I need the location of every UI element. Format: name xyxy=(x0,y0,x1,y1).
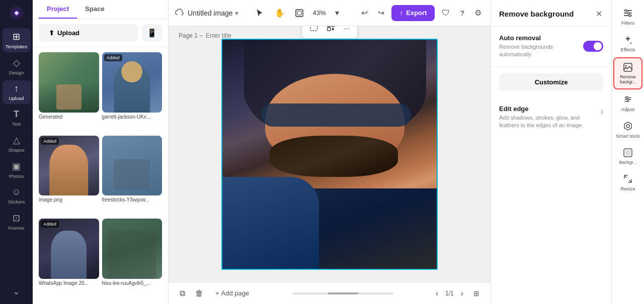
prev-page-button[interactable]: ‹ xyxy=(433,286,441,301)
shield-button[interactable]: 🛡 xyxy=(439,6,453,21)
frame-tool-button[interactable] xyxy=(292,6,307,21)
sidebar-item-design[interactable]: ◇ Design xyxy=(3,54,31,78)
list-item: Generated xyxy=(39,52,99,133)
tool-effects[interactable]: Effects xyxy=(613,31,642,56)
tools-sidebar: Filters Effects Remove backgr... Ad xyxy=(611,0,644,304)
edit-edge-section[interactable]: Edit edge Add shadows, strokes, glow, an… xyxy=(491,97,611,138)
effects-label: Effects xyxy=(621,47,635,52)
adjust-icon xyxy=(623,94,633,105)
image-tile-imagepng[interactable]: Added xyxy=(39,136,99,196)
chevron-right-icon: › xyxy=(601,107,603,116)
photos-icon: ▣ xyxy=(12,161,21,172)
page-indicator: 1/1 xyxy=(445,290,454,297)
qr-button[interactable] xyxy=(324,26,339,35)
duplicate-page-button[interactable]: ⧉ xyxy=(177,286,188,301)
auto-removal-title: Auto removal xyxy=(499,34,583,42)
title-dropdown-icon[interactable]: ▾ xyxy=(235,9,238,17)
right-side-panels: Remove background ✕ Auto removal Remove … xyxy=(491,0,644,304)
tool-resize[interactable]: Resize xyxy=(613,170,642,195)
sidebar-item-shapes[interactable]: △ Shapes xyxy=(3,132,31,156)
help-button[interactable]: ? xyxy=(457,6,467,20)
hand-tool-button[interactable]: ✋ xyxy=(272,5,288,21)
image-tile-generated[interactable] xyxy=(39,52,99,113)
bottom-left-actions: ⧉ 🗑 + Add page xyxy=(177,286,254,301)
redo-button[interactable]: ↪ xyxy=(375,5,387,21)
add-page-button[interactable]: + Add page xyxy=(210,286,254,300)
customize-button[interactable]: Customize xyxy=(499,73,603,91)
document-title: Untitled image ▾ xyxy=(188,9,238,17)
share-icon: ↑ xyxy=(399,9,403,17)
image-tile-freestocks[interactable] xyxy=(102,136,163,196)
delete-page-button[interactable]: 🗑 xyxy=(192,286,206,301)
edit-edge-description: Add shadows, strokes, glow, and feathers… xyxy=(499,114,601,130)
next-page-button[interactable]: › xyxy=(458,286,466,301)
svg-rect-6 xyxy=(332,26,335,27)
image-tile-whatsapp[interactable]: Added xyxy=(39,219,99,279)
image-label: garrett-jackson-UKx... xyxy=(102,114,163,120)
hand-icon: ✋ xyxy=(275,8,285,18)
image-tile-hisu[interactable] xyxy=(102,219,163,279)
tool-filters[interactable]: Filters xyxy=(613,4,642,30)
list-item: freestocks-Y3wqow... xyxy=(102,136,163,216)
undo-button[interactable]: ↩ xyxy=(358,5,371,21)
left-navigation: ⊞ Templates ◇ Design ↑ Upload T Text △ S… xyxy=(0,0,33,304)
svg-point-16 xyxy=(625,65,627,67)
image-label: hisu-lee-ruuAgvlk5_... xyxy=(102,280,163,286)
page-label: Page 1 – xyxy=(179,32,281,39)
filters-icon xyxy=(623,8,633,18)
effects-icon xyxy=(623,35,633,45)
svg-point-13 xyxy=(627,12,629,14)
horizontal-scrollbar[interactable] xyxy=(293,292,393,294)
plus-icon: + xyxy=(215,289,219,297)
help-icon: ? xyxy=(460,9,464,17)
list-item: Added garrett-jackson-UKx... xyxy=(102,52,163,133)
close-panel-button[interactable]: ✕ xyxy=(595,8,603,20)
sidebar-item-photos[interactable]: ▣ Photos xyxy=(3,158,31,182)
panel-title-row: Remove background ✕ xyxy=(491,0,611,26)
chevron-down-icon: ⌄ xyxy=(13,286,20,297)
select-all-button[interactable] xyxy=(306,26,321,35)
cursor-icon xyxy=(256,9,265,18)
image-tile-garrett[interactable]: Added xyxy=(102,52,163,113)
sidebar-item-templates[interactable]: ⊞ Templates xyxy=(3,28,31,52)
redo-icon: ↪ xyxy=(378,8,384,18)
sidebar-item-more[interactable]: ⌄ xyxy=(3,283,31,300)
shapes-icon: △ xyxy=(13,135,20,146)
canvas-bottom-bar: ⧉ 🗑 + Add page ‹ 1/1 › ⊞ xyxy=(169,282,491,304)
sidebar-item-text[interactable]: T Text xyxy=(3,106,31,130)
more-options-button[interactable]: ··· xyxy=(341,26,353,34)
svg-rect-7 xyxy=(328,28,331,31)
resize-icon xyxy=(623,174,633,184)
remove-bg-icon xyxy=(623,62,633,72)
adjust-label: Adjust xyxy=(621,107,634,112)
auto-removal-toggle[interactable] xyxy=(583,41,603,52)
present-button[interactable]: ⊞ xyxy=(470,286,482,300)
svg-rect-3 xyxy=(297,11,301,15)
zoom-dropdown-button[interactable]: ▾ xyxy=(332,5,342,21)
tool-remove-bg[interactable]: Remove backgr... xyxy=(613,57,642,89)
resize-label: Resize xyxy=(620,186,635,191)
select-tool-button[interactable] xyxy=(253,6,268,21)
sidebar-item-frames[interactable]: ⊡ Frames xyxy=(3,210,31,234)
tab-space[interactable]: Space xyxy=(77,0,112,19)
device-button[interactable]: 📱 xyxy=(142,24,162,42)
upload-button[interactable]: ⬆ Upload xyxy=(39,24,138,42)
sidebar-item-upload[interactable]: ↑ Upload xyxy=(3,80,31,104)
settings-button[interactable]: ⚙ xyxy=(471,5,485,21)
canvas-image[interactable] xyxy=(221,39,438,270)
export-button[interactable]: ↑ Export xyxy=(391,5,435,21)
added-badge: Added xyxy=(41,221,59,228)
app-logo[interactable] xyxy=(8,4,26,22)
canvas-area: Untitled image ▾ ✋ 43% ▾ ↩ ↪ xyxy=(169,0,491,304)
tool-background[interactable]: Backgr... xyxy=(613,144,642,169)
tool-adjust[interactable]: Adjust xyxy=(613,90,642,116)
tab-project[interactable]: Project xyxy=(39,0,77,19)
upload-header: ⬆ Upload 📱 xyxy=(33,19,168,47)
sidebar-item-stickers[interactable]: ☺ Stickers xyxy=(3,184,31,208)
undo-icon: ↩ xyxy=(361,8,368,18)
edit-edge-title: Edit edge xyxy=(499,105,601,113)
page-title-input[interactable] xyxy=(206,32,281,39)
text-icon: T xyxy=(14,109,19,120)
cloud-icon xyxy=(175,8,185,18)
tool-smart-tools[interactable]: Smart tools xyxy=(613,117,642,143)
